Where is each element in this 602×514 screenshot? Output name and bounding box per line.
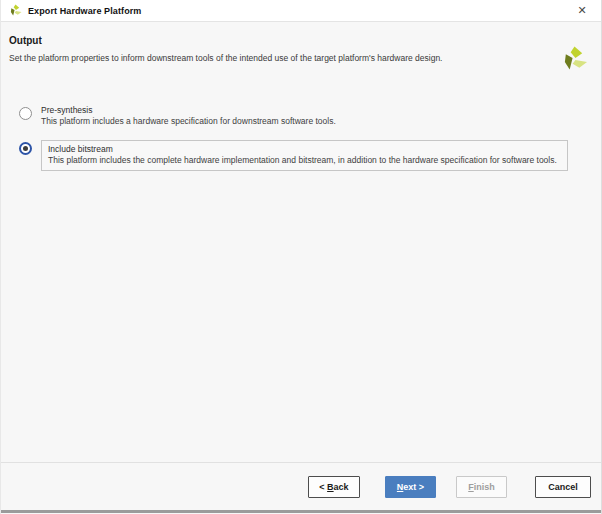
title-bar: Export Hardware Platform ✕ [1,0,601,22]
back-button[interactable]: < Back [308,476,360,498]
page-title: Output [9,35,601,46]
option-include-bitstream-box[interactable]: Include bitstream This platform includes… [41,140,568,171]
footer-separator [1,462,601,463]
page-description: Set the platform properties to inform do… [9,53,479,63]
vendor-pinwheel-icon [9,4,22,17]
option-description: This platform includes the complete hard… [48,155,561,166]
option-pre-synthesis: Pre-synthesis This platform includes a h… [19,104,336,127]
option-label: Pre-synthesis [41,104,336,116]
close-icon[interactable]: ✕ [571,2,593,20]
option-description: This platform includes a hardware specif… [41,116,336,127]
window-bottom-edge [1,510,601,513]
option-include-bitstream: Include bitstream This platform includes… [19,140,568,171]
vendor-pinwheel-icon [561,45,588,73]
next-button[interactable]: Next > [385,476,436,498]
window-title: Export Hardware Platform [28,6,141,16]
finish-button[interactable]: Finish [456,476,507,498]
option-text: Pre-synthesis This platform includes a h… [41,104,336,127]
radio-include-bitstream[interactable] [19,142,32,155]
cancel-button[interactable]: Cancel [535,476,591,498]
export-hardware-platform-dialog: Export Hardware Platform ✕ Output Set th… [0,0,602,514]
option-label: Include bitstream [48,144,561,155]
radio-pre-synthesis[interactable] [19,107,32,120]
radio-dot [23,146,28,151]
wizard-header: Output Set the platform properties to in… [1,23,601,95]
